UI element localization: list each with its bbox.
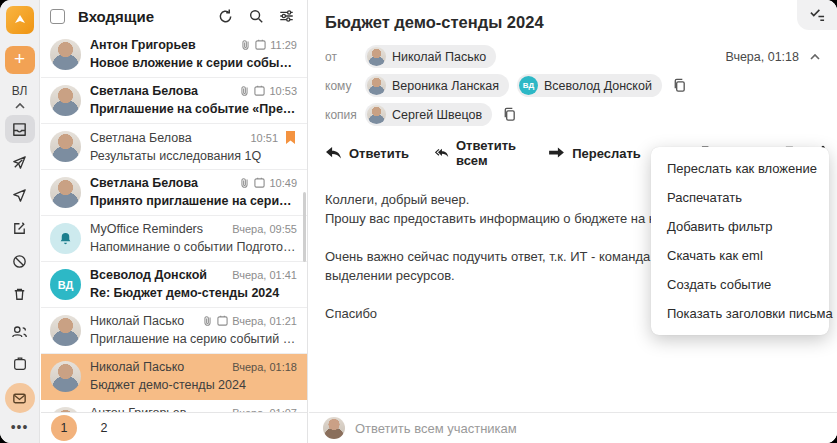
- more-apps-icon[interactable]: •••: [11, 419, 29, 435]
- subject: Напоминание о событии Подготовить отчет…: [90, 240, 297, 254]
- list-scrollbar[interactable]: [303, 192, 306, 262]
- app-calendar-icon[interactable]: [5, 350, 35, 378]
- subject: Принято приглашение на серию событий «…: [90, 194, 297, 208]
- sidebar-item-scheduled[interactable]: [5, 148, 35, 176]
- menu-item-download-eml[interactable]: Скачать как eml: [651, 241, 829, 270]
- row-meta: 10:49: [239, 177, 297, 189]
- menu-item-show-headers[interactable]: Показать заголовки письма: [651, 299, 829, 328]
- row-meta: Вчера, 09:55: [232, 223, 297, 235]
- row-meta: 10:53: [239, 85, 297, 97]
- email-row[interactable]: Светлана Белова 10:49 Принято приглашени…: [41, 170, 307, 216]
- reminder-bell-avatar: [50, 223, 81, 254]
- contact-name: Всеволод Донской: [544, 79, 652, 93]
- email-row-selected[interactable]: Николай Пасько Вчера, 01:18 Бюджет демо-…: [41, 354, 307, 400]
- page-button-2[interactable]: 2: [91, 415, 117, 441]
- time: Вчера, 01:21: [232, 315, 297, 327]
- contact-chip-to[interactable]: Вероника Ланская: [365, 74, 509, 97]
- sidebar-item-inbox[interactable]: [5, 115, 35, 143]
- mail-app-window: + ВЛ •••: [0, 0, 837, 443]
- contact-name: Вероника Ланская: [392, 79, 499, 93]
- time: 10:51: [250, 132, 278, 144]
- copy-cc-icon[interactable]: [502, 107, 517, 123]
- more-actions-menu: Переслать как вложение Распечатать Добав…: [651, 147, 829, 335]
- contact-name: Сергей Швецов: [392, 108, 482, 122]
- forward-button[interactable]: Переслать: [548, 146, 641, 161]
- subject: Бюджет демо-стенды 2024: [90, 378, 297, 392]
- collapse-chevron-icon[interactable]: [14, 102, 26, 110]
- refresh-icon[interactable]: [217, 8, 234, 25]
- filter-settings-icon[interactable]: [278, 8, 295, 24]
- sidebar-item-drafts[interactable]: [5, 214, 35, 242]
- email-row[interactable]: ВД Всеволод Донской Вчера, 01:41 Re: Бюд…: [41, 262, 307, 308]
- sidebar-item-sent[interactable]: [5, 181, 35, 209]
- menu-item-add-filter[interactable]: Добавить фильтр: [651, 212, 829, 241]
- email-row[interactable]: Светлана Белова 10:53 Приглашение на соб…: [41, 78, 307, 124]
- select-all-checkbox[interactable]: [50, 9, 65, 24]
- row-meta: 10:51: [250, 130, 297, 145]
- sender-name: Николай Пасько: [90, 314, 196, 328]
- email-row[interactable]: MyOffice Reminders Вчера, 09:55 Напомина…: [41, 216, 307, 262]
- reply-all-icon: [435, 146, 449, 160]
- cc-label: копия: [325, 108, 365, 122]
- checklist-toggle-button[interactable]: [797, 0, 837, 30]
- quick-reply-bar[interactable]: Ответить всем участникам: [309, 412, 837, 443]
- calendar-badge-icon: [255, 39, 266, 51]
- attachment-icon: [240, 39, 251, 51]
- app-logo-icon[interactable]: [6, 6, 34, 34]
- avatar: [50, 39, 81, 70]
- email-row[interactable]: Николай Пасько Вчера, 01:21 Приглашение …: [41, 308, 307, 354]
- subject: Приглашение на серию событий «Демо стен…: [90, 332, 297, 346]
- quick-reply-placeholder: Ответить всем участникам: [355, 421, 517, 436]
- contact-name: Николай Пасько: [392, 50, 486, 64]
- email-meta: от Николай Пасько Вчера, 01:18 кому Веро…: [325, 45, 821, 126]
- app-mail-icon[interactable]: [5, 383, 35, 413]
- page-button-1[interactable]: 1: [51, 415, 77, 441]
- menu-item-forward-as-attachment[interactable]: Переслать как вложение: [651, 154, 829, 183]
- row-meta: 11:29: [240, 39, 297, 51]
- reply-icon: [325, 146, 342, 160]
- email-row[interactable]: Антон Григорьев 11:29 Новое вложение к с…: [41, 32, 307, 78]
- email-row[interactable]: Антон Григорьев Вчера, 01:07: [41, 400, 307, 412]
- from-label: от: [325, 50, 365, 64]
- sender-name: Светлана Белова: [90, 131, 244, 145]
- subject: Приглашение на событие «Предварительно…: [90, 102, 297, 116]
- collapse-header-icon[interactable]: [809, 53, 821, 61]
- copy-recipients-icon[interactable]: [672, 78, 687, 94]
- calendar-badge-icon: [254, 85, 265, 97]
- row-meta: Вчера, 01:41: [232, 269, 297, 281]
- time: Вчера, 01:18: [232, 361, 297, 373]
- forward-icon: [548, 147, 565, 159]
- row-meta: Вчера, 01:18: [232, 361, 297, 373]
- bell-icon: [58, 231, 73, 246]
- time: 10:49: [269, 177, 297, 189]
- list-header: Входящие: [41, 0, 307, 32]
- sender-name: Николай Пасько: [90, 360, 226, 374]
- user-initials[interactable]: ВЛ: [12, 84, 28, 98]
- compose-new-button[interactable]: +: [5, 46, 35, 74]
- avatar: [367, 47, 386, 66]
- contact-chip-cc[interactable]: Сергей Швецов: [365, 103, 492, 126]
- search-icon[interactable]: [248, 8, 264, 24]
- attachment-icon: [239, 85, 250, 97]
- attachment-icon: [202, 315, 213, 327]
- app-contacts-icon[interactable]: [5, 317, 35, 345]
- pagination: 1 2: [41, 412, 307, 443]
- email-row[interactable]: Светлана Белова 10:51 Результаты исследо…: [41, 124, 307, 170]
- subject: Re: Бюджет демо-стенды 2024: [90, 286, 297, 300]
- sidebar-item-trash[interactable]: [5, 280, 35, 308]
- menu-item-print[interactable]: Распечатать: [651, 183, 829, 212]
- sender-name: Светлана Белова: [90, 176, 233, 190]
- contact-chip-from[interactable]: Николай Пасько: [365, 45, 496, 68]
- contact-chip-to[interactable]: ВД Всеволод Донской: [517, 74, 662, 97]
- reply-button[interactable]: Ответить: [325, 146, 409, 161]
- to-label: кому: [325, 79, 365, 93]
- menu-item-create-event[interactable]: Создать событие: [651, 270, 829, 299]
- initials-avatar: ВД: [519, 76, 538, 95]
- email-date: Вчера, 01:18: [725, 50, 821, 64]
- reply-all-button[interactable]: Ответить всем: [435, 138, 522, 168]
- folder-title: Входящие: [78, 8, 203, 25]
- sidebar-item-spam[interactable]: [5, 247, 35, 275]
- time: 10:53: [269, 85, 297, 97]
- time: 11:29: [270, 39, 297, 51]
- sender-name: Антон Григорьев: [90, 38, 234, 52]
